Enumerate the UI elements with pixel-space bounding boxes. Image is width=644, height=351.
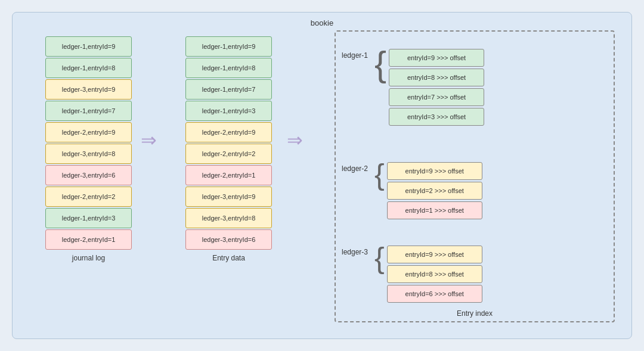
entry-data-item: ledger-3,entryId=6 [185, 229, 272, 250]
entry-data-item: ledger-1,entryId=9 [185, 36, 272, 57]
bookie-label: bookie [311, 18, 333, 27]
ledger2-group: ledger-2 { entryId=9 >>> offsetentryId=2… [342, 160, 482, 219]
journal-col: ledger-1,entryId=9ledger-1,entryId=8ledg… [45, 36, 132, 262]
journal-entry: ledger-2,entryId=2 [45, 187, 132, 207]
arrow2-icon: ⇒ [287, 129, 303, 151]
journal-entry: ledger-2,entryId=1 [45, 229, 132, 250]
ledger3-name: ledger-3 [342, 243, 374, 256]
entry-index-label: Entry index [457, 309, 493, 318]
entry-data-item: ledger-2,entryId=2 [185, 144, 272, 164]
ledger3-entry: entryId=9 >>> offset [387, 246, 482, 263]
entry-data-item: ledger-2,entryId=9 [185, 122, 272, 142]
ledger1-brace: { [374, 46, 386, 82]
bookie-box: Entry index ledger-1 { entryId=9 >>> off… [335, 30, 615, 322]
entry-data-item: ledger-1,entryId=3 [185, 101, 272, 121]
ledger2-brace: { [374, 160, 385, 190]
journal-entry: ledger-1,entryId=9 [45, 36, 132, 57]
ledger1-name: ledger-1 [342, 46, 374, 60]
journal-entry: ledger-3,entryId=6 [45, 165, 132, 185]
entry-data-item: ledger-1,entryId=8 [185, 58, 272, 78]
main-container: bookie ledger-1,entryId=9ledger-1,entryI… [12, 12, 632, 339]
journal-entry: ledger-1,entryId=8 [45, 58, 132, 78]
entry-data-item: ledger-3,entryId=8 [185, 208, 272, 228]
entry-data-item: ledger-3,entryId=9 [185, 187, 272, 207]
journal-entry: ledger-1,entryId=7 [45, 101, 132, 121]
ledger1-entry: entryId=3 >>> offset [389, 108, 484, 126]
journal-entry: ledger-3,entryId=9 [45, 79, 132, 100]
ledger3-brace: { [374, 243, 385, 273]
ledger2-entry: entryId=1 >>> offset [387, 201, 482, 219]
ledger3-entry: entryId=8 >>> offset [387, 265, 482, 283]
journal-entry: ledger-3,entryId=8 [45, 144, 132, 164]
entry-data-label: Entry data [185, 254, 272, 262]
ledger2-entries: entryId=9 >>> offsetentryId=2 >>> offset… [387, 160, 482, 219]
entry-data-item: ledger-1,entryId=7 [185, 79, 272, 100]
ledger3-entry: entryId=6 >>> offset [387, 285, 482, 303]
journal-log-label: journal log [45, 254, 132, 262]
ledger3-group: ledger-3 { entryId=9 >>> offsetentryId=8… [342, 243, 482, 303]
entry-data-item: ledger-2,entryId=1 [185, 165, 272, 185]
ledger1-entries: entryId=9 >>> offsetentryId=8 >>> offset… [389, 46, 484, 126]
ledger3-entries: entryId=9 >>> offsetentryId=8 >>> offset… [387, 243, 482, 303]
ledger2-entry: entryId=2 >>> offset [387, 182, 482, 200]
journal-entry: ledger-2,entryId=9 [45, 122, 132, 142]
ledger1-group: ledger-1 { entryId=9 >>> offsetentryId=8… [342, 46, 484, 126]
ledger1-entry: entryId=8 >>> offset [389, 69, 484, 86]
ledger2-entry: entryId=9 >>> offset [387, 162, 482, 180]
journal-entry: ledger-1,entryId=3 [45, 208, 132, 228]
ledger1-entry: entryId=9 >>> offset [389, 49, 484, 67]
ledger1-entry: entryId=7 >>> offset [389, 88, 484, 106]
arrow1-icon: ⇒ [141, 129, 157, 151]
ledger2-name: ledger-2 [342, 160, 374, 173]
entry-col: ledger-1,entryId=9ledger-1,entryId=8ledg… [185, 36, 272, 262]
